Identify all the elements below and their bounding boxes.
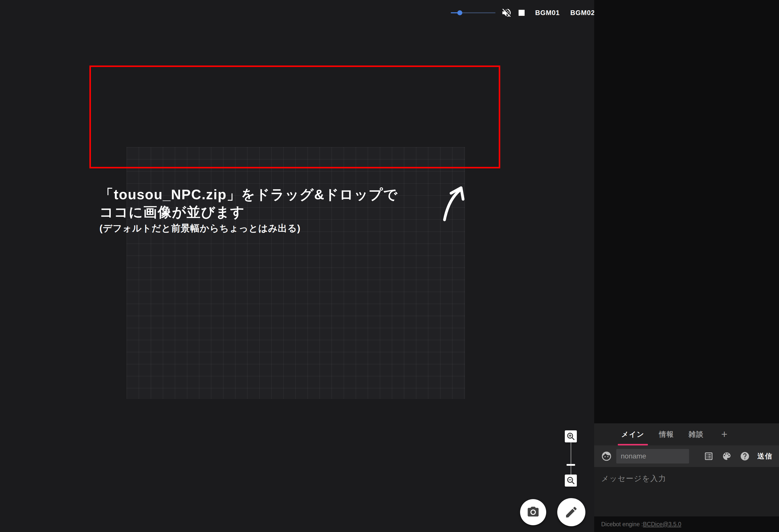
camera-icon	[527, 506, 540, 519]
add-tab-button[interactable]: +	[717, 423, 731, 446]
chat-input-row: 送信	[594, 446, 779, 467]
annotation-arrow	[434, 180, 487, 227]
zoom-out-icon	[566, 476, 575, 485]
list-button[interactable]	[703, 451, 714, 462]
audio-bar: BGM01 BGM02	[451, 5, 595, 20]
zoom-slider-track[interactable]	[571, 443, 571, 474]
mute-button[interactable]	[500, 7, 513, 19]
board-grid[interactable]	[127, 147, 465, 399]
tab-main[interactable]: メイン	[617, 423, 649, 446]
message-input-area	[594, 467, 779, 517]
volume-slider[interactable]	[451, 12, 495, 13]
app-screen: BGM01 BGM02 「tousou_NPC.zip」をドラッグ&ドロップで …	[0, 0, 779, 532]
bgm02-button[interactable]: BGM02	[570, 9, 595, 17]
zoom-in-icon	[566, 432, 575, 441]
dicebot-engine-label: Dicebot engine :	[601, 521, 643, 528]
chat-panel: メイン 情報 雑談 +	[594, 0, 779, 532]
chat-messages-area[interactable]	[594, 0, 779, 423]
character-face-button[interactable]	[601, 451, 612, 462]
palette-icon	[722, 451, 732, 461]
help-button[interactable]	[739, 451, 751, 462]
zoom-control	[565, 430, 577, 486]
help-icon	[740, 451, 750, 461]
volume-slider-thumb[interactable]	[457, 10, 462, 15]
annotation-highlight-rect	[89, 66, 500, 169]
palette-button[interactable]	[721, 451, 732, 462]
message-input[interactable]	[594, 467, 779, 517]
stop-audio-button[interactable]	[519, 10, 525, 16]
annotation-line1: 「tousou_NPC.zip」をドラッグ&ドロップで	[100, 186, 398, 203]
zoom-slider-handle[interactable]	[566, 464, 575, 466]
annotation-line3: (デフォルトだと前景幅からちょっとはみ出る)	[100, 222, 398, 235]
annotation-text: 「tousou_NPC.zip」をドラッグ&ドロップで ココに画像が並びます (…	[100, 186, 398, 235]
edit-button[interactable]	[557, 498, 585, 526]
character-name-input[interactable]	[616, 449, 689, 464]
tab-chat-label: 雑談	[688, 429, 704, 439]
chat-input-icons	[703, 451, 751, 462]
panel-footer: Dicebot engine : BCDice@3.5.0	[594, 517, 779, 532]
list-icon	[704, 451, 714, 461]
dicebot-engine-link[interactable]: BCDice@3.5.0	[643, 521, 681, 528]
tab-info[interactable]: 情報	[654, 423, 678, 446]
bgm01-button[interactable]: BGM01	[535, 9, 560, 17]
volume-off-icon	[501, 7, 512, 18]
face-icon	[601, 451, 612, 462]
pencil-icon	[564, 505, 578, 519]
chat-tab-bar: メイン 情報 雑談 +	[594, 423, 779, 446]
screenshot-button[interactable]	[520, 499, 546, 525]
annotation-line2: ココに画像が並びます	[100, 203, 398, 221]
send-button[interactable]: 送信	[758, 452, 773, 461]
tab-info-label: 情報	[659, 429, 674, 439]
tab-main-label: メイン	[621, 429, 644, 439]
zoom-in-button[interactable]	[565, 430, 577, 443]
zoom-out-button[interactable]	[565, 474, 577, 486]
tab-chat[interactable]: 雑談	[684, 423, 708, 446]
